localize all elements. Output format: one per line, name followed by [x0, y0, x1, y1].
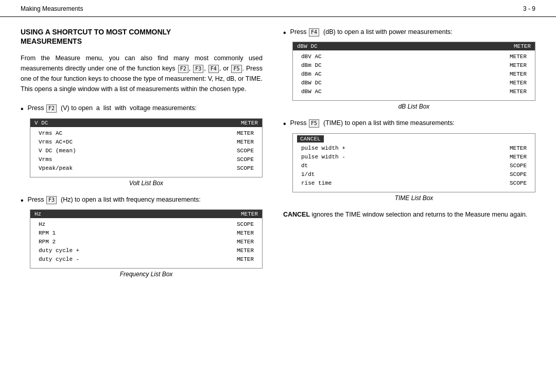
time-row-1: pulse width +METER: [297, 144, 531, 153]
key-f4: F4: [208, 65, 219, 73]
bullet-dot-4: •: [283, 119, 286, 129]
freq-row-5: duty cycle -METER: [34, 255, 258, 264]
db-row-1: dBV ACMETER: [297, 52, 531, 61]
db-list-box: dBW DC METER dBV ACMETER dBm DCMETER dBm…: [292, 42, 535, 101]
bullet-f3: • Press F3 (Hz) to open a list with freq…: [21, 195, 263, 278]
freq-row-4: duty cycle +METER: [34, 246, 258, 255]
key-f2: F2: [178, 65, 188, 73]
db-list-header: dBW DC METER: [293, 42, 535, 50]
section-title: USING A SHORTCUT TO MOST COMMONLY MEASUR…: [21, 27, 263, 46]
key-f4-inline: F4: [309, 28, 319, 37]
bullet-dot-3: •: [283, 28, 286, 38]
volt-list-inner: Vrms ACMETER Vrms AC+DCMETER V DC (mean)…: [30, 127, 262, 177]
db-row-5: dBW ACMETER: [297, 87, 531, 96]
freq-row-2: RPM 1METER: [34, 229, 258, 238]
page-header: Making Measurements 3 - 9: [0, 0, 556, 17]
header-right: 3 - 9: [523, 5, 535, 12]
bullet-f4: • Press F4 (dB) to open a list with powe…: [283, 27, 535, 110]
volt-row-2: Vrms AC+DCMETER: [34, 138, 258, 147]
db-row-4: dBW DCMETER: [297, 79, 531, 87]
volt-row-4: VrmsSCOPE: [34, 155, 258, 164]
freq-list-box: Hz METER HzSCOPE RPM 1METER RPM 2METER d…: [30, 209, 263, 269]
cancel-note: CANCEL ignores the TIME window selection…: [283, 210, 535, 220]
freq-caption: Frequency List Box: [30, 271, 263, 278]
bullet-dot-2: •: [21, 195, 24, 205]
volt-row-1: Vrms ACMETER: [34, 129, 258, 138]
db-row-3: dBm ACMETER: [297, 70, 531, 79]
volt-row-5: Vpeak/peakSCOPE: [34, 164, 258, 173]
time-row-5: rise timeSCOPE: [297, 179, 531, 188]
left-column: USING A SHORTCUT TO MOST COMMONLY MEASUR…: [21, 27, 278, 286]
volt-row-3: V DC (mean)SCOPE: [34, 147, 258, 155]
freq-row-1: HzSCOPE: [34, 220, 258, 229]
volt-list-header: V DC METER: [30, 119, 262, 127]
bullet-f5: • Press F5 (TIME) to open a list with ti…: [283, 118, 535, 201]
time-cancel-header: CANCEL: [293, 134, 535, 142]
time-caption: TIME List Box: [292, 194, 535, 202]
bullet-f3-text: Press F3 (Hz) to open a list with freque…: [28, 195, 263, 205]
key-f2-inline: F2: [46, 104, 57, 113]
cancel-note-text: ignores the TIME window selection and re…: [312, 211, 528, 218]
freq-row-3: RPM 2METER: [34, 238, 258, 246]
time-row-3: dtSCOPE: [297, 162, 531, 170]
db-list-inner: dBV ACMETER dBm DCMETER dBm ACMETER dBW …: [293, 50, 535, 100]
db-caption: dB List Box: [292, 103, 535, 110]
key-f3-inline: F3: [46, 196, 57, 204]
bullet-f2-text: Press F2 (V) to open a list with voltage…: [28, 103, 263, 113]
header-left: Making Measurements: [21, 5, 83, 12]
time-row-2: pulse width -METER: [297, 153, 531, 162]
freq-list-inner: HzSCOPE RPM 1METER RPM 2METER duty cycle…: [30, 218, 262, 268]
intro-paragraph: From the Measure menu, you can also find…: [21, 53, 263, 94]
key-f5: F5: [231, 65, 241, 73]
bullet-dot-1: •: [21, 104, 24, 114]
bullet-f5-text: Press F5 (TIME) to open a list with time…: [290, 118, 535, 128]
bullet-f2: • Press F2 (V) to open a list with volta…: [21, 103, 263, 186]
volt-caption: Volt List Box: [30, 180, 263, 187]
cancel-bold: CANCEL: [283, 211, 310, 218]
time-list-box: CANCEL pulse width +METER pulse width -M…: [292, 133, 535, 192]
right-column: • Press F4 (dB) to open a list with powe…: [278, 27, 535, 286]
volt-list-box: V DC METER Vrms ACMETER Vrms AC+DCMETER …: [30, 118, 263, 177]
freq-list-header: Hz METER: [30, 210, 262, 218]
time-row-4: 1/dtSCOPE: [297, 170, 531, 179]
bullet-f4-text: Press F4 (dB) to open a list with power …: [290, 27, 535, 37]
time-list-inner: pulse width +METER pulse width -METER dt…: [293, 142, 535, 192]
key-f3: F3: [193, 65, 203, 73]
key-f5-inline: F5: [309, 119, 319, 128]
db-row-2: dBm DCMETER: [297, 61, 531, 70]
